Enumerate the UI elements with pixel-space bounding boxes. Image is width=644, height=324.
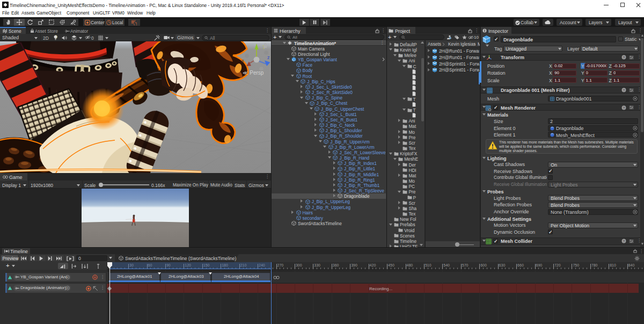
svg-text:z: z — [267, 55, 270, 60]
svg-text:?: ? — [623, 88, 625, 92]
svg-text:?: ? — [623, 239, 625, 243]
svg-text:≪ Persp: ≪ Persp — [243, 70, 264, 76]
svg-text:?: ? — [623, 105, 625, 109]
svg-text:?: ? — [623, 55, 625, 59]
svg-text:x: x — [241, 58, 244, 63]
